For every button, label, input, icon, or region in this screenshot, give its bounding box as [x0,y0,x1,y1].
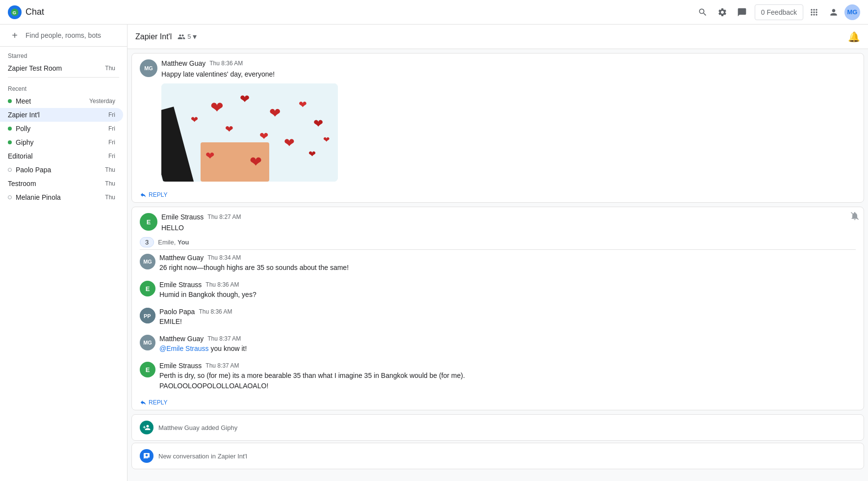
svg-text:❤: ❤ [323,135,330,144]
svg-text:❤: ❤ [259,130,268,142]
feedback-label: 0 Feedback [761,8,797,16]
sidebar-item-editorial[interactable]: Editorial Fri [0,149,123,163]
sidebar-item-paolo-papa[interactable]: Paolo Papa Thu [0,163,123,177]
online-indicator [8,140,12,144]
members-count: 5 [187,33,191,40]
inline-message-text: @Emile Strauss you know it! [159,344,856,354]
svg-text:❤: ❤ [240,92,250,106]
svg-text:❤: ❤ [284,135,295,150]
sidebar-item-testroom[interactable]: Testroom Thu [0,177,123,190]
system-message-text: Matthew Guay added Giphy [158,424,237,431]
matthew-guay-avatar: MG [140,59,157,77]
reply-button-2[interactable]: REPLY [132,395,864,410]
user-avatar[interactable]: MG [844,4,860,20]
online-indicator [8,99,12,103]
valentines-image: ❤ ❤ ❤ ❤ ❤ ❤ ❤ ❤ ❤ [161,83,338,182]
svg-text:❤: ❤ [269,106,281,121]
svg-text:❤: ❤ [205,150,214,162]
inline-message-matthew-1: MG Matthew Guay Thu 8:34 AM 26 right now… [132,250,864,277]
mute-icon[interactable] [850,211,860,221]
add-button[interactable]: + [8,28,22,42]
add-person-icon [140,421,153,434]
sidebar-item-polly[interactable]: Polly Fri [0,122,123,135]
emile-strauss-avatar: E [140,213,157,231]
logo-area: G Chat [8,5,135,19]
messages-area: MG Matthew Guay Thu 8:36 AM Happy late v… [128,49,868,481]
thread-block-1: MG Matthew Guay Thu 8:36 AM Happy late v… [131,53,864,203]
svg-text:❤: ❤ [250,154,262,170]
message-text: Happy late valentines' day, everyone! [161,69,856,80]
reaction-names: Emile, You [158,239,189,246]
emile-avatar-sm: E [140,281,155,296]
chat-area: Zapier Int'l 5 ▾ 🔔 MG Ma [128,25,868,481]
paolo-avatar-sm: PP [140,308,155,323]
author-name: Matthew Guay [161,59,205,67]
message-text: HELLO [161,223,838,233]
inline-message-text: Humid in Bangkok though, yes? [159,290,856,300]
people-icon [178,33,185,41]
svg-text:PP: PP [144,313,151,319]
inline-message-matthew-2: MG Matthew Guay Thu 8:37 AM @Emile Strau… [132,331,864,358]
main-layout: + Find people, rooms, bots Starred Zapie… [0,25,868,481]
sidebar-item-giphy[interactable]: Giphy Fri [0,135,123,149]
svg-text:G: G [13,9,17,15]
inline-message-emile-2: E Emile Strauss Thu 8:37 AM Perth is dry… [132,358,864,395]
thread-block-2: E Emile Strauss Thu 8:27 AM HELLO [131,207,864,410]
inline-message-emile-1: E Emile Strauss Thu 8:36 AM Humid in Ban… [132,277,864,304]
apps-button[interactable] [805,3,823,21]
svg-text:❤: ❤ [191,115,198,125]
sidebar-search-area: + Find people, rooms, bots [0,25,127,47]
new-conversation-icon [140,449,153,463]
settings-button[interactable] [714,3,731,21]
app-logo: G [8,5,22,19]
top-actions: 0 Feedback MG [694,3,860,21]
reply-button-1[interactable]: REPLY [132,187,864,202]
svg-text:❤: ❤ [313,117,323,130]
inline-message-text: 26 right now—though highs are 35 so soun… [159,263,856,273]
inline-message-paolo: PP Paolo Papa Thu 8:36 AM EMILE! [132,304,864,331]
chat-room-title: Zapier Int'l [135,32,172,41]
matthew-guay-avatar-sm2: MG [140,335,155,350]
search-hint[interactable]: Find people, rooms, bots [26,31,101,39]
reaction-row: 3 Emile, You [132,235,864,249]
sidebar-item-meet[interactable]: Meet Yesterday [0,94,123,108]
system-message-giphy: Matthew Guay added Giphy [131,414,864,441]
reaction-chip[interactable]: 3 [140,237,154,247]
mention-link[interactable]: @Emile Strauss [159,345,209,352]
search-button[interactable] [694,3,712,21]
system-message-new-conversation: New conversation in Zapier Int'l [131,443,864,469]
offline-indicator [8,195,12,199]
app-title: Chat [26,7,44,17]
inline-message-text: EMILE! [159,317,856,327]
inline-message-text: Perth is dry, so (for me) its a more bea… [159,371,856,391]
emile-avatar-sm2: E [140,362,155,377]
message-time: Thu 8:36 AM [209,60,243,67]
svg-text:❤: ❤ [225,124,233,134]
thread-message-1: MG Matthew Guay Thu 8:36 AM Happy late v… [132,53,864,187]
svg-text:❤: ❤ [308,149,316,159]
chevron-down-icon[interactable]: ▾ [193,32,197,41]
author-name: Emile Strauss [161,213,204,221]
feedback-icon-button[interactable] [733,3,751,21]
sidebar-item-zapier-test-room[interactable]: Zapier Test Room Thu [0,61,123,75]
members-badge[interactable]: 5 ▾ [178,32,197,41]
sidebar: + Find people, rooms, bots Starred Zapie… [0,25,128,481]
sidebar-item-zapier-intl[interactable]: Zapier Int'l Fri [0,108,123,122]
notification-bell-icon[interactable]: 🔔 [848,31,860,43]
system-message-text: New conversation in Zapier Int'l [158,453,247,460]
chat-header: Zapier Int'l 5 ▾ 🔔 [128,25,868,49]
thread-message-2-header: E Emile Strauss Thu 8:27 AM HELLO [132,207,846,235]
svg-text:❤: ❤ [210,99,224,116]
svg-text:❤: ❤ [299,99,307,110]
divider [8,77,119,78]
reaction-count: 3 [145,239,149,246]
offline-indicator [8,168,12,172]
matthew-guay-avatar-sm: MG [140,254,155,269]
message-time: Thu 8:27 AM [207,214,241,220]
account-button[interactable] [825,3,842,21]
online-indicator [8,127,12,131]
feedback-button[interactable]: 0 Feedback [755,4,803,20]
topbar: G Chat 0 Feedback MG [0,0,868,25]
sidebar-item-melanie-pinola[interactable]: Melanie Pinola Thu [0,190,123,204]
recent-section-label: Recent [0,80,127,94]
